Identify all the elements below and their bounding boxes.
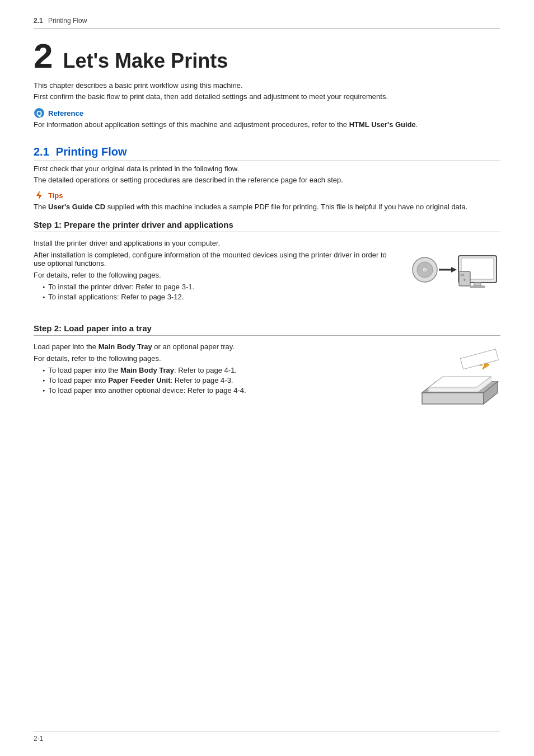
- step2-bullet-0-suffix: : Refer to page 4-1.: [174, 366, 237, 374]
- section-desc2: The detailed operations or setting proce…: [34, 176, 500, 184]
- paper-tray-illustration: [411, 342, 500, 415]
- step2-bullet-1-suffix: : Refer to page 4-3.: [170, 376, 233, 384]
- section-desc1: First check that your original data is p…: [34, 165, 500, 173]
- section-2-1-heading: 2.1 Printing Flow: [34, 145, 500, 161]
- tips-text-part1: The: [34, 203, 48, 211]
- tips-text-part2: supplied with this machine includes a sa…: [105, 203, 467, 211]
- step2-bullet-0: To load paper into the Main Body Tray: R…: [48, 366, 237, 374]
- step2-image: [411, 342, 500, 415]
- cd-computer-illustration: [411, 239, 500, 295]
- header-section-num: 2.1: [34, 17, 43, 25]
- svg-text:Q: Q: [36, 109, 42, 118]
- step1-text-col: Install the printer driver and applicati…: [34, 239, 400, 307]
- tips-label: Tips: [34, 190, 500, 201]
- svg-rect-12: [470, 286, 485, 288]
- step2-content: Load paper into the Main Body Tray or an…: [34, 342, 500, 415]
- chapter-desc1: This chapter describes a basic print wor…: [34, 81, 500, 90]
- header-title: Printing Flow: [48, 17, 87, 25]
- step1-heading: Step 1: Prepare the printer driver and a…: [34, 220, 233, 229]
- svg-marker-2: [36, 191, 42, 200]
- step2-bullet-0-bold: Main Body Tray: [120, 366, 174, 374]
- step2-para1: Load paper into the Main Body Tray or an…: [34, 342, 400, 351]
- reference-text-part1: For information about application settin…: [34, 120, 349, 129]
- step2-bullet-list: To load paper into the Main Body Tray: R…: [34, 366, 400, 395]
- list-item: To load paper into another optional devi…: [43, 386, 400, 395]
- reference-icon: Q: [34, 107, 45, 119]
- step1-content: Install the printer driver and applicati…: [34, 239, 500, 307]
- svg-point-6: [424, 269, 426, 271]
- section-title-text: Printing Flow: [56, 145, 127, 158]
- top-header: 2.1 Printing Flow: [34, 17, 500, 29]
- svg-point-15: [463, 279, 466, 281]
- reference-text-part2: .: [416, 120, 418, 129]
- step2-heading-block: Step 2: Load paper into a tray: [34, 323, 500, 336]
- step2-bullet-1-bold: Paper Feeder Unit: [108, 376, 170, 384]
- section-num-label: 2.1: [34, 145, 49, 158]
- list-item: To install applications: Refer to page 3…: [43, 293, 400, 301]
- step1-para2: After installation is completed, configu…: [34, 251, 400, 267]
- reference-label: Q Reference: [34, 107, 500, 119]
- chapter-title-block: 2 Let's Make Prints: [34, 39, 500, 73]
- step1-para3: For details, refer to the following page…: [34, 271, 400, 279]
- step2-bullet-1: To load paper into Paper Feeder Unit: Re…: [48, 376, 233, 384]
- header-section-label: 2.1 Printing Flow: [34, 17, 87, 25]
- reference-label-text: Reference: [48, 109, 83, 118]
- reference-box: Q Reference For information about applic…: [34, 107, 500, 140]
- step1-image: [411, 239, 500, 295]
- step2-heading: Step 2: Load paper into a tray: [34, 323, 152, 333]
- svg-marker-17: [422, 393, 484, 404]
- step2-bullet-1-prefix: To load paper into: [48, 376, 108, 384]
- footer-page-number: 2-1: [34, 735, 43, 743]
- list-item: To load paper into Paper Feeder Unit: Re…: [43, 376, 400, 384]
- page: 2.1 Printing Flow 2 Let's Make Prints Th…: [0, 0, 534, 756]
- tips-bold1: User's Guide CD: [48, 203, 105, 211]
- step2-para1-bold: Main Body Tray: [99, 342, 152, 351]
- step1-heading-block: Step 1: Prepare the printer driver and a…: [34, 220, 500, 232]
- tips-box: Tips The User's Guide CD supplied with t…: [34, 190, 500, 211]
- chapter-title: Let's Make Prints: [63, 50, 228, 72]
- step2-bullet-2: To load paper into another optional devi…: [48, 386, 246, 395]
- step1-bullet-list: To install the printer driver: Refer to …: [34, 283, 400, 301]
- svg-rect-14: [461, 274, 464, 276]
- step1-para1: Install the printer driver and applicati…: [34, 239, 400, 247]
- step1-bullet-1: To install applications: Refer to page 3…: [48, 293, 184, 301]
- step2-para2: For details, refer to the following page…: [34, 354, 400, 363]
- step2-text-col: Load paper into the Main Body Tray or an…: [34, 342, 400, 400]
- reference-link-text: HTML User's Guide: [349, 120, 416, 129]
- chapter-desc2: First confirm the basic flow to print da…: [34, 92, 500, 101]
- chapter-number: 2: [34, 39, 53, 73]
- svg-rect-11: [474, 283, 481, 286]
- step2-para1-suffix: or an optional paper tray.: [152, 342, 235, 351]
- list-item: To install the printer driver: Refer to …: [43, 283, 400, 291]
- tips-icon: [34, 190, 45, 201]
- list-item: To load paper into the Main Body Tray: R…: [43, 366, 400, 374]
- step2-bullet-0-prefix: To load paper into the: [48, 366, 120, 374]
- svg-marker-8: [451, 267, 457, 273]
- page-footer: 2-1: [34, 731, 500, 743]
- svg-marker-25: [461, 349, 499, 369]
- step2-para1-prefix: Load paper into the: [34, 342, 99, 351]
- tips-label-text: Tips: [48, 191, 63, 200]
- tips-text: The User's Guide CD supplied with this m…: [34, 203, 500, 211]
- reference-text: For information about application settin…: [34, 120, 500, 129]
- step1-bullet-0: To install the printer driver: Refer to …: [48, 283, 194, 291]
